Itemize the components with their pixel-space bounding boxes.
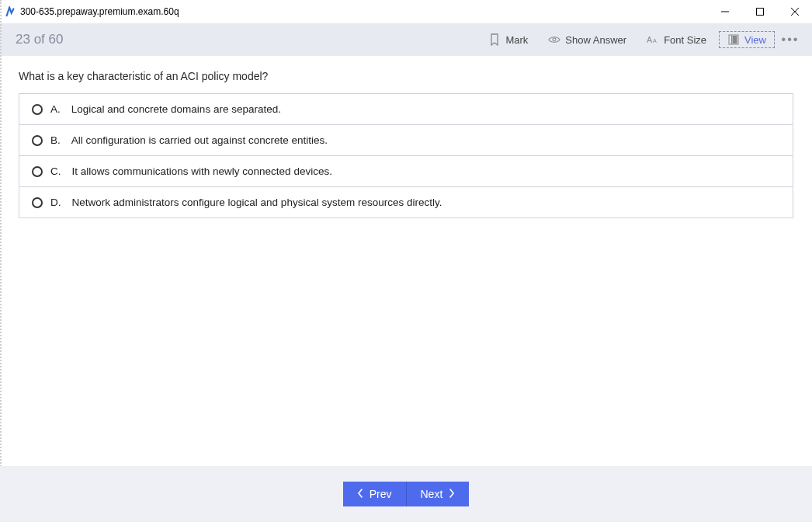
radio-icon bbox=[32, 166, 43, 177]
view-icon bbox=[727, 33, 740, 46]
question-text: What is a key characteristic of an ACI p… bbox=[19, 70, 793, 82]
titlebar: 300-635.prepaway.premium.exam.60q bbox=[0, 0, 812, 23]
mark-button[interactable]: Mark bbox=[481, 30, 536, 49]
option-letter: A. bbox=[50, 103, 61, 115]
show-answer-label: Show Answer bbox=[565, 34, 626, 46]
svg-text:A: A bbox=[647, 35, 653, 44]
show-answer-button[interactable]: Show Answer bbox=[540, 30, 634, 49]
option-letter: D. bbox=[50, 197, 61, 208]
content-area: What is a key characteristic of an ACI p… bbox=[0, 56, 812, 466]
view-label: View bbox=[744, 34, 766, 46]
svg-point-4 bbox=[553, 38, 556, 41]
prev-label: Prev bbox=[370, 488, 392, 500]
svg-rect-9 bbox=[733, 36, 737, 44]
window-title: 300-635.prepaway.premium.exam.60q bbox=[20, 6, 179, 17]
radio-icon bbox=[32, 104, 43, 115]
answer-option[interactable]: D. Network administrators configure logi… bbox=[19, 187, 793, 218]
option-text: All configuration is carried out against… bbox=[71, 134, 328, 146]
font-size-label: Font Size bbox=[664, 34, 706, 46]
window-controls bbox=[707, 0, 812, 23]
more-button[interactable]: ••• bbox=[779, 33, 801, 47]
eye-icon bbox=[548, 33, 560, 46]
maximize-button[interactable] bbox=[742, 0, 777, 23]
view-button[interactable]: View bbox=[719, 31, 775, 48]
chevron-right-icon bbox=[449, 489, 455, 500]
answer-option[interactable]: A. Logical and concrete domains are sepa… bbox=[19, 94, 793, 125]
answer-list: A. Logical and concrete domains are sepa… bbox=[19, 93, 793, 218]
next-button[interactable]: Next bbox=[407, 482, 470, 506]
app-icon bbox=[5, 6, 16, 17]
progress-label: 23 of 60 bbox=[16, 32, 63, 47]
answer-option[interactable]: B. All configuration is carried out agai… bbox=[19, 125, 793, 156]
nav-group: Prev Next bbox=[343, 482, 470, 506]
mark-label: Mark bbox=[505, 34, 528, 46]
prev-button[interactable]: Prev bbox=[343, 482, 407, 506]
toolbar: 23 of 60 Mark Show Answer AA Font Size V… bbox=[0, 23, 812, 56]
option-text: It allows communications with newly conn… bbox=[72, 165, 332, 177]
option-text: Logical and concrete domains are separat… bbox=[71, 103, 281, 115]
font-size-button[interactable]: AA Font Size bbox=[639, 30, 714, 49]
answer-option[interactable]: C. It allows communications with newly c… bbox=[19, 156, 793, 187]
next-label: Next bbox=[421, 488, 443, 500]
svg-text:A: A bbox=[653, 38, 657, 44]
left-edge-decoration bbox=[0, 0, 3, 522]
option-letter: B. bbox=[50, 134, 61, 146]
more-icon: ••• bbox=[782, 33, 800, 47]
bookmark-icon bbox=[488, 33, 501, 46]
radio-icon bbox=[32, 197, 43, 208]
chevron-left-icon bbox=[357, 489, 363, 500]
minimize-button[interactable] bbox=[707, 0, 742, 23]
option-letter: C. bbox=[50, 165, 61, 177]
svg-rect-1 bbox=[756, 8, 763, 15]
font-size-icon: AA bbox=[647, 33, 659, 46]
option-text: Network administrators configure logical… bbox=[72, 197, 442, 208]
footer: Prev Next bbox=[0, 466, 812, 522]
close-button[interactable] bbox=[777, 0, 812, 23]
radio-icon bbox=[32, 135, 43, 146]
